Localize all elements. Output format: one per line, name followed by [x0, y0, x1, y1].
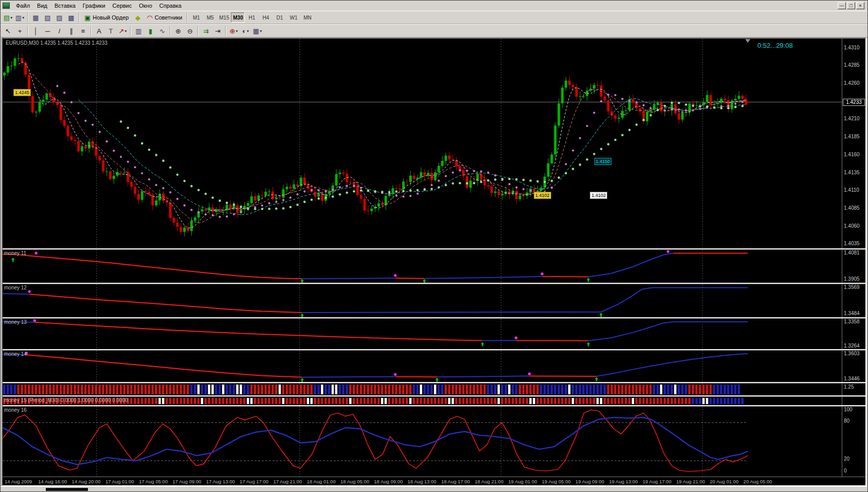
cursor-button[interactable]: ↖ [2, 25, 14, 37]
menu-help[interactable]: Справка [156, 2, 185, 10]
pane-money12-scale[interactable]: 1.35691.3484 [842, 284, 865, 317]
pane-money13-scale[interactable]: 1.33581.3264 [842, 319, 865, 349]
time-label: 17 Aug 17:00 [240, 479, 268, 484]
time-label: 19 Aug 13:00 [609, 479, 638, 484]
fibonacci-retracement-button[interactable]: ≡ [77, 25, 89, 37]
chart-panes: 1.43101.42851.42601.42351.42101.41851.41… [3, 39, 865, 477]
menu-insert[interactable]: Вставка [51, 2, 79, 10]
auto-scroll-button[interactable]: ⇉ [200, 25, 212, 37]
timeframe-h4-button[interactable]: H4 [259, 12, 273, 23]
timeframe-d1-button[interactable]: D1 [273, 12, 286, 23]
timeframe-w1-button[interactable]: W1 [286, 12, 300, 23]
navigator-button[interactable]: ▨ [53, 12, 65, 23]
expert-advisors-button[interactable]: ◠Советники [143, 12, 185, 23]
vertical-line-button[interactable]: │ [30, 25, 42, 37]
time-label: 17 Aug 09:00 [173, 479, 202, 484]
periods-icon: ◐ [242, 28, 246, 34]
trendline-icon: / [59, 28, 61, 34]
restore-button[interactable]: □ [847, 2, 855, 9]
zoom-in-button[interactable]: ⊕ [172, 25, 184, 37]
bottom-strip [1, 486, 867, 491]
menu-tools[interactable]: Сервис [109, 2, 136, 10]
line-chart-icon: ∿ [159, 28, 165, 34]
pane-money11-title: money 11 [4, 250, 26, 256]
pane-money16-plot[interactable] [3, 407, 842, 477]
chart-shift-icon: ⇥ [215, 28, 221, 34]
indicators-button[interactable]: ⊕▾ [228, 25, 240, 37]
timeframe-m1-button[interactable]: M1 [189, 12, 203, 23]
time-label: 14 Aug 16:00 [38, 479, 67, 484]
minimize-button[interactable]: — [838, 2, 846, 9]
horizontal-line-button[interactable]: ─ [42, 25, 53, 37]
line-chart-button[interactable]: ∿ [156, 25, 168, 37]
time-label: 14 Aug 2009 [5, 479, 32, 484]
new-order-button[interactable]: ▣Новый Ордер [81, 12, 132, 23]
pane-money15b-plot[interactable] [3, 397, 842, 405]
profiles-icon: ▥ [15, 14, 22, 21]
zoom-out-button[interactable]: ⊖ [184, 25, 196, 37]
timeframe-m30-button[interactable]: M30 [231, 12, 245, 23]
pane-main-scale[interactable]: 1.43101.42851.42601.42351.42101.41851.41… [842, 39, 865, 248]
pane-money11-scale[interactable]: 1.40811.3905 [842, 250, 865, 283]
time-axis[interactable]: 14 Aug 200914 Aug 16:0014 Aug 20:0017 Au… [3, 477, 865, 485]
crosshair-button[interactable]: + [14, 25, 26, 37]
menu-file[interactable]: Файл [12, 2, 33, 10]
time-label: 18 Aug 13:00 [408, 479, 437, 484]
timeframe-h1-button[interactable]: H1 [245, 12, 259, 23]
pane-money15a-scale[interactable]: 1.25 [842, 384, 865, 395]
toolbar-drawing-buttons: ↖+│─/∥≡AT↗▾▥▮∿⊕⊖⇉⇥⊕▾◐▾▦▾ [2, 25, 263, 37]
timeframe-group: M1M5M15M30H1H4D1W1MN [189, 12, 314, 23]
scale-label: 1.4310 [844, 45, 860, 50]
chart-shift-button[interactable]: ⇥ [212, 25, 224, 37]
market-watch-icon: ▦ [32, 14, 39, 21]
terminal-button[interactable]: ▩ [65, 12, 77, 23]
price-tag: 1.4150 [594, 158, 612, 165]
menu-view[interactable]: Вид [33, 2, 51, 10]
pane-money15b-scale[interactable] [842, 397, 865, 405]
candlestick-chart-button[interactable]: ▮ [144, 25, 156, 37]
toolbar-separator [27, 26, 28, 36]
price-tag: 1.4102 [590, 192, 607, 199]
pane-money12-plot[interactable] [3, 284, 842, 317]
bar-chart-icon: ▥ [135, 28, 141, 34]
text-button[interactable]: A [93, 25, 105, 37]
scrollbar-thumb[interactable] [46, 488, 88, 491]
profiles-button[interactable]: ▥▾ [14, 12, 26, 23]
timeframe-m5-button[interactable]: M5 [203, 12, 217, 23]
pane-money13-plot[interactable] [3, 319, 842, 349]
periods-button[interactable]: ◐▾ [240, 25, 251, 37]
bar-chart-button[interactable]: ▥ [133, 25, 144, 37]
pane-money16-scale[interactable]: 10080200 [842, 407, 865, 477]
pane-money14-plot[interactable] [3, 351, 842, 382]
market-watch-button[interactable]: ▦ [30, 12, 42, 23]
timeframe-mn-button[interactable]: MN [300, 12, 314, 23]
trendline-button[interactable]: / [53, 25, 65, 37]
metaeditor-button[interactable]: ◆ [132, 12, 143, 23]
scale-label: 1.4135 [844, 170, 860, 175]
time-label: 14 Aug 20:00 [72, 479, 101, 484]
window-controls: — □ × [838, 2, 865, 9]
pane-money14: 1.36031.3446money 14 [3, 351, 865, 382]
new-chart-button[interactable]: ▤▾ [2, 12, 14, 23]
pane-main-plot[interactable] [3, 39, 842, 248]
close-button[interactable]: × [856, 2, 864, 9]
pane-money11-plot[interactable] [3, 250, 842, 283]
pane-money14-scale[interactable]: 1.36031.3446 [842, 351, 865, 382]
chart-window: 1.43101.42851.42601.42351.42101.41851.41… [2, 38, 866, 486]
pane-money15a-plot[interactable] [3, 384, 842, 395]
data-window-button[interactable]: ▧ [42, 12, 53, 23]
time-label: 19 Aug 01:00 [509, 479, 537, 484]
menu-window[interactable]: Окно [135, 2, 156, 10]
scale-label: 1.4110 [844, 187, 859, 193]
time-label: 19 Aug 21:00 [676, 479, 705, 484]
scale-label: 1.3569 [844, 284, 860, 290]
templates-button[interactable]: ▦▾ [251, 25, 263, 37]
scale-label: 100 [844, 407, 853, 412]
menu-charts[interactable]: Графики [79, 2, 109, 10]
timeframe-m15-button[interactable]: M15 [217, 12, 231, 23]
arrows-button[interactable]: ↗▾ [117, 25, 129, 37]
scale-label: 1.25 [844, 384, 854, 390]
equidistant-channel-button[interactable]: ∥ [65, 25, 77, 37]
text-label-button[interactable]: T [105, 25, 117, 37]
templates-dropdown-icon: ▾ [260, 29, 262, 33]
